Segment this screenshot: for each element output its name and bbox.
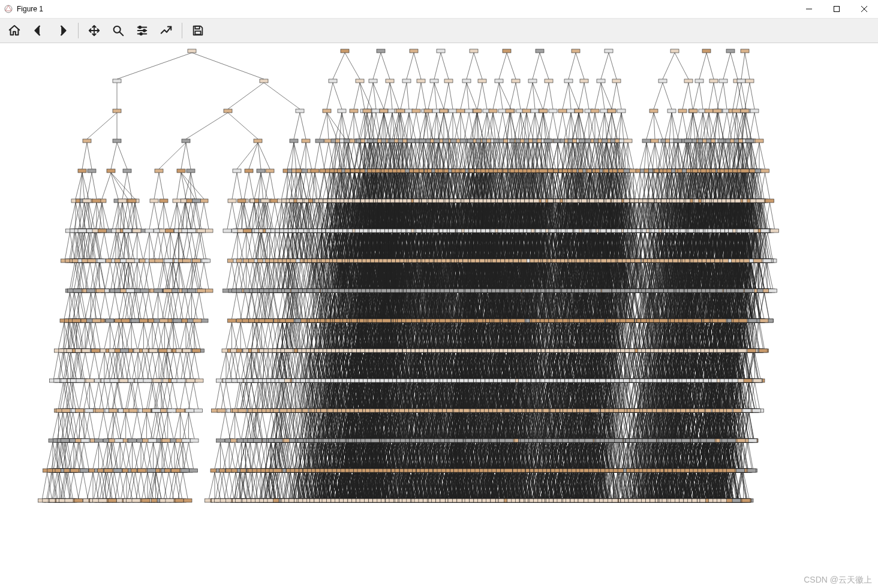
svg-line-18567 [459, 143, 464, 169]
tree-node [160, 199, 168, 203]
forward-button[interactable] [50, 20, 74, 41]
svg-line-24420 [510, 83, 516, 109]
svg-line-993 [273, 233, 279, 259]
svg-line-50122 [749, 412, 754, 439]
tree-node [166, 229, 174, 233]
svg-line-50127 [754, 322, 759, 349]
home-button[interactable] [2, 20, 26, 41]
svg-line-18565 [467, 83, 469, 109]
svg-line-496 [183, 412, 189, 439]
svg-line-375 [91, 263, 96, 289]
svg-line-50201 [759, 322, 763, 349]
svg-line-40430 [675, 53, 688, 79]
svg-line-507 [189, 412, 195, 439]
svg-line-17562 [459, 143, 464, 169]
svg-line-259 [63, 382, 68, 409]
svg-line-34354 [595, 113, 601, 139]
svg-line-1507 [320, 143, 324, 169]
svg-line-681 [221, 412, 225, 439]
tree-node [195, 379, 203, 382]
tree-node [356, 79, 364, 83]
svg-line-413 [165, 233, 171, 259]
tree-node [539, 169, 548, 173]
svg-line-1287 [287, 352, 291, 379]
tree-node [228, 199, 236, 203]
svg-line-2133 [335, 143, 341, 169]
svg-line-611 [121, 472, 127, 499]
svg-line-29 [112, 412, 116, 439]
maximize-button[interactable] [823, 0, 850, 18]
tree-node [596, 319, 605, 322]
svg-line-5648 [373, 53, 381, 79]
svg-line-405 [97, 233, 101, 259]
tree-node [129, 409, 137, 412]
svg-line-1096 [297, 233, 302, 259]
tree-node [190, 469, 198, 472]
svg-line-142 [110, 233, 116, 259]
close-button[interactable] [850, 0, 878, 18]
svg-line-2937 [348, 113, 354, 139]
svg-line-693 [226, 382, 231, 409]
tree-node [380, 109, 388, 113]
tree-node [73, 289, 82, 293]
axes-button[interactable] [154, 20, 178, 41]
tree-node [738, 349, 747, 352]
svg-line-178 [119, 293, 124, 319]
svg-line-24 [123, 293, 128, 319]
svg-line-499 [178, 472, 182, 499]
svg-line-371 [92, 173, 97, 199]
tree-node [382, 319, 390, 322]
svg-line-2935 [345, 53, 360, 79]
tree-node [145, 229, 154, 233]
tree-node [614, 439, 623, 442]
tree-node [217, 439, 225, 442]
tree-node [88, 259, 96, 263]
svg-line-630 [149, 263, 154, 289]
svg-line-1118 [272, 412, 276, 439]
back-button[interactable] [26, 20, 50, 41]
tree-node [761, 169, 769, 173]
tree-node [705, 109, 713, 113]
tree-node [186, 409, 194, 412]
svg-point-10 [139, 26, 142, 29]
svg-line-45971 [723, 83, 727, 109]
figure-canvas[interactable]: CSDN @云天徽上 [0, 43, 878, 588]
tree-node [261, 199, 269, 203]
tree-node [315, 139, 324, 143]
zoom-button[interactable] [106, 20, 130, 41]
svg-line-606 [133, 352, 139, 379]
tree-node [254, 139, 262, 143]
svg-line-143 [106, 263, 110, 289]
svg-line-1165 [298, 293, 303, 319]
pan-button[interactable] [82, 20, 106, 41]
svg-line-184 [102, 442, 108, 469]
svg-line-42206 [699, 53, 706, 79]
tree-node [153, 379, 161, 382]
svg-line-38 [116, 412, 121, 439]
svg-line-524 [167, 293, 172, 319]
tree-node [197, 229, 206, 233]
svg-line-167 [110, 322, 116, 349]
svg-line-7711 [384, 83, 390, 109]
subplots-button[interactable] [130, 20, 154, 41]
tree-node [83, 199, 91, 203]
svg-line-3544 [360, 83, 365, 109]
svg-line-183 [107, 412, 113, 439]
svg-line-790 [264, 233, 270, 259]
tree-node [260, 79, 268, 83]
minimize-button[interactable] [795, 0, 823, 18]
tree-node [329, 79, 337, 83]
svg-line-24656 [502, 143, 508, 169]
svg-line-48878 [745, 83, 750, 109]
save-button[interactable] [186, 20, 210, 41]
svg-line-28 [112, 382, 116, 409]
tree-node [718, 319, 726, 322]
svg-line-1023 [279, 233, 285, 259]
tree-node [78, 229, 86, 233]
svg-line-18112 [461, 113, 467, 139]
svg-line-42642 [699, 83, 703, 109]
svg-line-728 [236, 352, 240, 379]
tree-node [115, 439, 123, 442]
tree-node [444, 79, 453, 83]
svg-line-67 [115, 472, 120, 499]
